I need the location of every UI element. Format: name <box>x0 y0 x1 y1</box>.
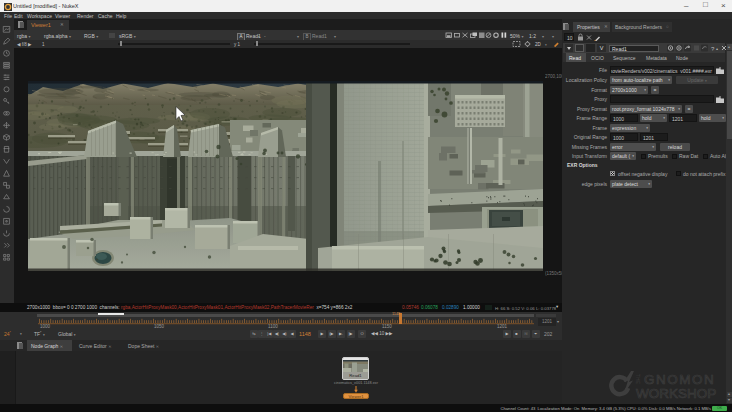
svg-text:?: ? <box>711 46 715 52</box>
svg-text:2D: 2D <box>535 42 542 47</box>
svg-text:•: • <box>716 46 718 52</box>
svg-text:GNOMON: GNOMON <box>644 372 715 387</box>
svg-text:▾: ▾ <box>545 43 547 47</box>
svg-text:WORKSHOP: WORKSHOP <box>636 386 716 400</box>
svg-text:THE: THE <box>635 374 640 385</box>
